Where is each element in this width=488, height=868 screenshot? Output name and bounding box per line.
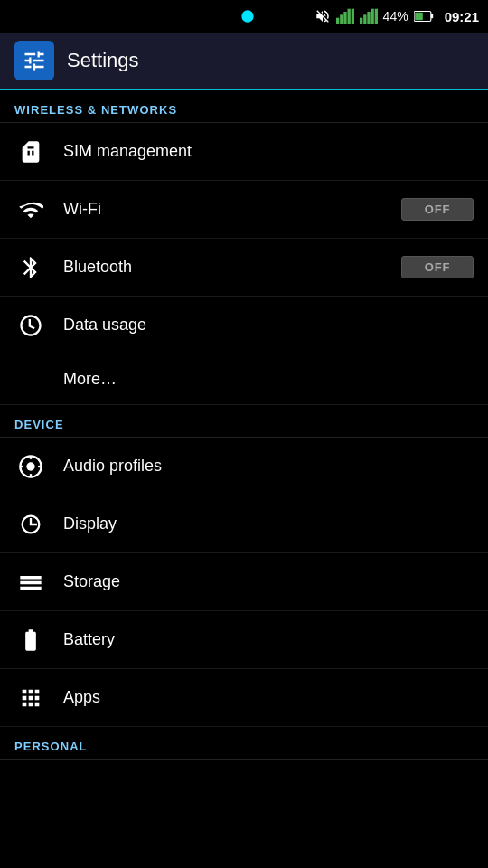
sim-management-label: SIM management xyxy=(63,142,474,161)
sim-icon xyxy=(14,136,47,168)
audio-profiles-icon xyxy=(14,450,47,483)
section-header-device: DEVICE xyxy=(0,405,488,438)
storage-label: Storage xyxy=(63,572,474,591)
svg-rect-0 xyxy=(336,18,339,24)
data-usage-item[interactable]: Data usage xyxy=(0,297,488,354)
battery-label: Battery xyxy=(63,630,474,649)
svg-rect-11 xyxy=(430,14,432,19)
svg-rect-12 xyxy=(415,13,423,21)
apps-item[interactable]: Apps xyxy=(0,669,488,727)
signal1-icon xyxy=(336,8,354,24)
wifi-icon xyxy=(14,193,47,226)
page-title: Settings xyxy=(67,49,139,72)
bluetooth-toggle[interactable]: OFF xyxy=(401,256,474,278)
data-usage-label: Data usage xyxy=(63,316,474,335)
display-icon xyxy=(14,508,47,541)
settings-sliders-icon xyxy=(22,48,47,73)
svg-rect-1 xyxy=(340,14,343,24)
storage-icon xyxy=(14,566,47,599)
bluetooth-label: Bluetooth xyxy=(63,258,385,277)
wifi-toggle[interactable]: OFF xyxy=(401,198,474,221)
app-header-icon xyxy=(14,41,54,80)
data-usage-icon xyxy=(14,309,47,342)
section-header-wireless: WIRELESS & NETWORKS xyxy=(0,90,488,123)
apps-label: Apps xyxy=(63,688,474,707)
bluetooth-item[interactable]: Bluetooth OFF xyxy=(0,239,488,297)
audio-profiles-item[interactable]: Audio profiles xyxy=(0,438,488,495)
svg-rect-3 xyxy=(347,9,350,24)
status-bar: 44% 09:21 xyxy=(0,0,488,33)
svg-rect-5 xyxy=(360,18,362,24)
bluetooth-icon xyxy=(14,251,47,284)
battery-settings-icon xyxy=(14,624,47,656)
svg-rect-2 xyxy=(343,12,346,24)
download-icon xyxy=(240,9,255,24)
app-header: Settings xyxy=(0,33,488,90)
section-wireless: WIRELESS & NETWORKS SIM management Wi-Fi… xyxy=(0,90,488,405)
section-header-personal: PERSONAL xyxy=(0,727,488,760)
battery-icon xyxy=(414,10,434,23)
signal2-icon xyxy=(360,8,378,24)
more-label: More… xyxy=(63,370,117,389)
storage-item[interactable]: Storage xyxy=(0,553,488,611)
audio-profiles-label: Audio profiles xyxy=(63,457,474,476)
battery-item[interactable]: Battery xyxy=(0,611,488,669)
mute-icon xyxy=(314,8,331,24)
more-item[interactable]: More… xyxy=(0,354,488,405)
time: 09:21 xyxy=(445,9,479,24)
wifi-label: Wi-Fi xyxy=(63,200,385,219)
display-label: Display xyxy=(63,514,474,533)
svg-rect-7 xyxy=(367,12,370,24)
sim-management-item[interactable]: SIM management xyxy=(0,123,488,181)
svg-rect-8 xyxy=(371,9,373,24)
display-item[interactable]: Display xyxy=(0,495,488,553)
svg-point-14 xyxy=(26,462,34,470)
svg-rect-4 xyxy=(351,9,353,24)
battery-percent: 44% xyxy=(383,9,408,24)
section-device: DEVICE Audio profiles Display xyxy=(0,405,488,727)
svg-rect-6 xyxy=(363,14,366,24)
wifi-item[interactable]: Wi-Fi OFF xyxy=(0,181,488,239)
apps-icon xyxy=(14,682,47,714)
svg-rect-9 xyxy=(374,9,377,24)
